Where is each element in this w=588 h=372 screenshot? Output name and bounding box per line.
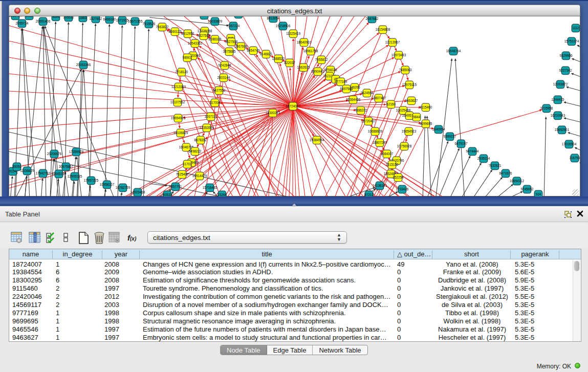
svg-text:62160: 62160 (386, 102, 396, 106)
svg-text:17942787: 17942787 (36, 171, 51, 175)
svg-text:18300293: 18300293 (266, 111, 280, 115)
svg-text:1083: 1083 (26, 16, 33, 17)
svg-text:20053346: 20053346 (76, 63, 91, 67)
svg-text:9777169: 9777169 (335, 80, 347, 83)
svg-text:3215958: 3215958 (540, 106, 553, 110)
svg-text:2087682: 2087682 (366, 17, 379, 20)
svg-text:116753: 116753 (570, 156, 580, 160)
svg-text:9699695: 9699695 (420, 122, 432, 125)
svg-text:9857791: 9857791 (169, 185, 182, 188)
svg-text:7515526: 7515526 (143, 22, 156, 26)
svg-text:18724007: 18724007 (286, 104, 300, 108)
svg-text:10973493: 10973493 (391, 53, 406, 57)
svg-text:10807487: 10807487 (372, 96, 386, 100)
svg-text:8186328: 8186328 (209, 37, 222, 41)
svg-text:10654112: 10654112 (510, 179, 524, 183)
svg-text:9146821: 9146821 (260, 52, 273, 56)
svg-text:30975867: 30975867 (59, 165, 74, 168)
svg-text:18807249: 18807249 (373, 141, 387, 144)
svg-text:7625402: 7625402 (176, 172, 189, 176)
svg-text:8912956: 8912956 (182, 32, 194, 35)
svg-text:19384554: 19384554 (310, 138, 324, 142)
svg-text:15720407: 15720407 (361, 119, 376, 123)
svg-text:1527602: 1527602 (90, 17, 102, 20)
svg-text:9115460: 9115460 (420, 105, 432, 109)
svg-text:1588520: 1588520 (272, 57, 285, 60)
svg-text:2055724: 2055724 (9, 16, 22, 17)
svg-text:15692901: 15692901 (555, 128, 570, 132)
svg-text:15264: 15264 (217, 193, 227, 196)
svg-text:10543362: 10543362 (188, 41, 203, 45)
svg-text:10107552: 10107552 (170, 100, 185, 104)
svg-text:16914479: 16914479 (192, 174, 207, 178)
svg-text:16671355: 16671355 (128, 19, 143, 23)
svg-text:1071915: 1071915 (116, 18, 129, 22)
svg-text:16961758: 16961758 (303, 49, 318, 53)
svg-text:90533: 90533 (163, 193, 172, 196)
svg-text:15751074: 15751074 (564, 39, 579, 43)
svg-text:9242848: 9242848 (219, 63, 231, 67)
svg-text:9389237: 9389237 (444, 135, 456, 138)
svg-text:16154808: 16154808 (376, 28, 390, 31)
svg-text:822037: 822037 (284, 61, 295, 64)
svg-text:7886372: 7886372 (355, 108, 367, 112)
svg-text:12905135: 12905135 (68, 174, 82, 178)
svg-text:1362615: 1362615 (297, 65, 310, 69)
svg-text:2803144: 2803144 (217, 76, 230, 79)
svg-text:9329966: 9329966 (560, 54, 573, 57)
svg-text:98901: 98901 (183, 56, 192, 59)
svg-text:35051: 35051 (12, 165, 21, 168)
svg-text:12923468: 12923468 (130, 190, 145, 194)
svg-text:160: 160 (202, 16, 207, 17)
svg-text:7663822: 7663822 (156, 25, 169, 29)
svg-text:19654925: 19654925 (171, 116, 186, 120)
svg-text:7955812: 7955812 (315, 58, 328, 61)
svg-text:9844: 9844 (413, 115, 421, 119)
svg-text:11701: 11701 (183, 162, 192, 166)
svg-text:9245652: 9245652 (521, 187, 534, 191)
svg-text:10958107: 10958107 (100, 183, 115, 186)
svg-text:17016504: 17016504 (562, 142, 577, 146)
svg-text:8427552: 8427552 (213, 89, 226, 92)
svg-text:7632621: 7632621 (489, 164, 502, 167)
svg-text:10688609: 10688609 (368, 129, 383, 133)
svg-text:10756928: 10756928 (397, 144, 412, 148)
svg-text:17359928: 17359928 (69, 150, 84, 154)
svg-text:12213369: 12213369 (171, 85, 186, 89)
svg-text:16033809: 16033809 (208, 19, 223, 23)
svg-text:3875685: 3875685 (223, 50, 236, 53)
svg-text:11645194: 11645194 (52, 172, 66, 176)
svg-text:3624554: 3624554 (361, 91, 374, 95)
svg-text:20691406: 20691406 (36, 19, 51, 23)
svg-text:7357224: 7357224 (227, 24, 240, 28)
svg-text:8660123: 8660123 (169, 30, 182, 33)
svg-text:9327508: 9327508 (225, 40, 238, 43)
svg-text:1244415: 1244415 (552, 98, 564, 101)
svg-text:14136141: 14136141 (373, 184, 387, 187)
svg-text:252254: 252254 (393, 176, 404, 179)
svg-text:8454749: 8454749 (247, 49, 260, 52)
svg-text:2718120: 2718120 (176, 70, 188, 74)
svg-text:8990443: 8990443 (312, 70, 324, 73)
svg-text:3267110: 3267110 (205, 115, 217, 118)
svg-text:12213967: 12213967 (385, 40, 400, 44)
svg-text:1733426: 1733426 (396, 187, 409, 191)
svg-text:9694: 9694 (52, 16, 60, 18)
svg-text:2055724: 2055724 (16, 21, 29, 25)
svg-text:12093872: 12093872 (553, 82, 568, 86)
svg-text:9227342: 9227342 (559, 69, 572, 72)
svg-text:2867608: 2867608 (235, 45, 248, 48)
svg-text:6479197: 6479197 (455, 142, 468, 145)
svg-text:15716485: 15716485 (203, 186, 217, 189)
svg-text:1663: 1663 (79, 16, 87, 19)
svg-text:19654923: 19654923 (402, 129, 417, 133)
svg-text:16648764: 16648764 (446, 49, 461, 53)
svg-text:12975115: 12975115 (402, 83, 417, 86)
svg-text:9474444: 9474444 (466, 149, 479, 153)
svg-text:20206576: 20206576 (47, 152, 62, 156)
svg-text:12353594: 12353594 (200, 126, 214, 129)
svg-text:6466160: 6466160 (103, 17, 116, 21)
svg-text:16782759: 16782759 (116, 186, 130, 189)
svg-text:16210643: 16210643 (551, 114, 565, 117)
svg-text:19106829: 19106829 (173, 131, 188, 135)
